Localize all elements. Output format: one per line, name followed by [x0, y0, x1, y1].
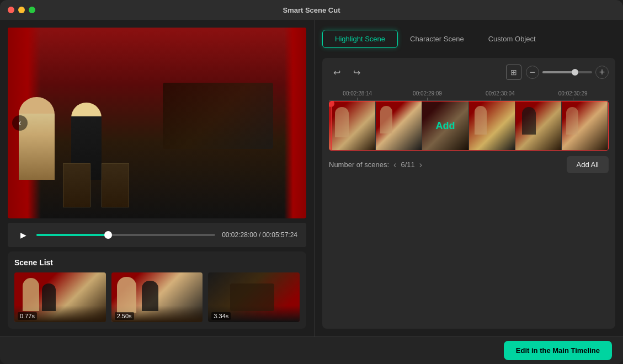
- bottom-bar: Edit in the Main Timeline: [0, 336, 623, 364]
- scene-thumb-2[interactable]: 2.50s: [111, 272, 203, 322]
- video-scene: [8, 28, 306, 218]
- zoom-out-button[interactable]: −: [526, 66, 539, 79]
- thumb-figure-1: [23, 278, 39, 311]
- timeline-section: ↩ ↪ ⊞ −: [322, 58, 615, 329]
- close-button[interactable]: [8, 7, 14, 13]
- scene-3-duration: 3.34s: [211, 312, 231, 320]
- add-all-button[interactable]: Add All: [567, 156, 609, 173]
- progress-thumb[interactable]: [104, 231, 112, 239]
- undo-icon: ↩: [333, 67, 340, 78]
- scene-thumbnails: 0.77s 2.50s: [14, 272, 300, 322]
- zoom-in-button[interactable]: +: [595, 66, 609, 79]
- playhead-line: [331, 107, 332, 151]
- playhead: [331, 101, 337, 151]
- video-controls: ▶ 00:02:28:00 / 00:05:57:24: [8, 223, 306, 247]
- podium-left: [63, 163, 90, 207]
- tab-highlight-label: Highlight Scene: [335, 35, 385, 43]
- zoom-in-icon: +: [599, 67, 605, 78]
- ruler-marker-1: 00:02:29:09: [413, 90, 442, 101]
- panels-row: ‹ ▶ 00:02:28:00 / 00:05:57:24: [0, 20, 623, 336]
- video-preview: ‹: [8, 28, 306, 218]
- scene-thumb-3[interactable]: 3.34s: [208, 272, 300, 322]
- frame6-figure: [566, 107, 578, 135]
- add-overlay: Add: [422, 101, 468, 150]
- scenes-prev-button[interactable]: ‹: [393, 160, 396, 170]
- timeline-strip-container[interactable]: Add: [329, 101, 609, 151]
- timeline-ruler: 00:02:28:14 00:02:29:09 00:02:30:04 00:0…: [329, 85, 609, 101]
- tab-highlight[interactable]: Highlight Scene: [322, 30, 398, 48]
- total-time: 00:05:57:24: [263, 231, 297, 239]
- strip-frame-5: [515, 101, 562, 150]
- app-body: ‹ ▶ 00:02:28:00 / 00:05:57:24: [0, 20, 623, 364]
- strip-frame-6: [562, 101, 608, 150]
- playhead-head: [329, 101, 334, 107]
- zoom-slider-thumb[interactable]: [572, 69, 578, 76]
- thumb-figure-4: [142, 281, 158, 311]
- ruler-marker-0: 00:02:28:14: [343, 90, 372, 101]
- strip-frame-3: Add: [422, 101, 468, 150]
- ruler-time-3: 00:02:30:29: [558, 90, 588, 97]
- ruler-time-0: 00:02:28:14: [343, 90, 372, 97]
- thumb-figure-2: [42, 283, 56, 311]
- scene-list-title: Scene List: [14, 258, 300, 267]
- minimize-button[interactable]: [18, 7, 25, 13]
- right-panel: Highlight Scene Character Scene Custom O…: [315, 20, 623, 336]
- ruler-marker-3: 00:02:30:29: [558, 90, 588, 101]
- time-display: 00:02:28:00 / 00:05:57:24: [222, 231, 297, 239]
- scene-tabs: Highlight Scene Character Scene Custom O…: [322, 28, 615, 50]
- tab-custom-label: Custom Object: [488, 35, 536, 43]
- maximize-button[interactable]: [29, 7, 35, 13]
- add-label: Add: [435, 120, 455, 132]
- scenes-bar: Number of scenes: ‹ 6/11 › Add All: [329, 156, 609, 173]
- tab-character-label: Character Scene: [410, 35, 464, 43]
- zoom-slider-fill: [542, 71, 575, 73]
- strip-frame-4: [469, 101, 515, 150]
- titlebar: Smart Scene Cut: [0, 0, 623, 20]
- band-area: [163, 83, 273, 149]
- zoom-controls: − +: [526, 66, 609, 79]
- app-title: Smart Scene Cut: [283, 6, 340, 14]
- frame4-figure: [475, 106, 487, 135]
- figure-left: [19, 97, 55, 180]
- video-nav-left-button[interactable]: ‹: [12, 115, 28, 131]
- scene-list-section: Scene List 0.77s: [8, 251, 306, 329]
- strip-frame-2: [376, 101, 422, 150]
- scenes-count-area: Number of scenes: ‹ 6/11 ›: [329, 160, 422, 170]
- ruler-marker-2: 00:02:30:04: [486, 90, 515, 101]
- traffic-lights: [8, 7, 35, 13]
- scenes-current: 6/11: [401, 160, 414, 169]
- tab-character[interactable]: Character Scene: [398, 30, 476, 47]
- add-segment-button[interactable]: ⊞: [506, 65, 521, 80]
- ruler-time-2: 00:02:30:04: [486, 90, 515, 97]
- timeline-strip: Add: [329, 101, 608, 150]
- thumb-figure-3: [117, 277, 136, 313]
- tab-custom[interactable]: Custom Object: [476, 30, 548, 47]
- frame5-figure: [522, 107, 536, 135]
- thumb-band: [230, 283, 274, 311]
- scenes-next-button[interactable]: ›: [419, 160, 422, 170]
- ruler-time-1: 00:02:29:09: [413, 90, 442, 97]
- curtain-right: [284, 28, 306, 218]
- current-time: 00:02:28:00: [222, 231, 257, 239]
- zoom-slider[interactable]: [542, 71, 592, 73]
- play-button[interactable]: ▶: [17, 228, 30, 242]
- scene-2-duration: 2.50s: [115, 312, 134, 320]
- redo-button[interactable]: ↪: [349, 65, 364, 80]
- zoom-out-icon: −: [530, 67, 536, 78]
- frame2-figure: [380, 106, 392, 133]
- scene-thumb-1[interactable]: 0.77s: [14, 272, 106, 322]
- left-panel: ‹ ▶ 00:02:28:00 / 00:05:57:24: [0, 20, 315, 336]
- time-separator: /: [259, 231, 263, 239]
- timeline-controls: ↩ ↪ ⊞ −: [329, 65, 609, 80]
- play-icon: ▶: [20, 231, 26, 239]
- undo-button[interactable]: ↩: [329, 65, 344, 80]
- redo-icon: ↪: [353, 67, 360, 78]
- progress-fill: [36, 234, 108, 236]
- progress-bar[interactable]: [36, 234, 215, 236]
- scenes-label: Number of scenes:: [329, 160, 389, 169]
- scene-1-duration: 0.77s: [18, 312, 37, 320]
- scenes-navigation: ‹ 6/11 ›: [393, 160, 422, 170]
- edit-in-main-timeline-button[interactable]: Edit in the Main Timeline: [504, 341, 612, 360]
- podium-center: [102, 163, 129, 207]
